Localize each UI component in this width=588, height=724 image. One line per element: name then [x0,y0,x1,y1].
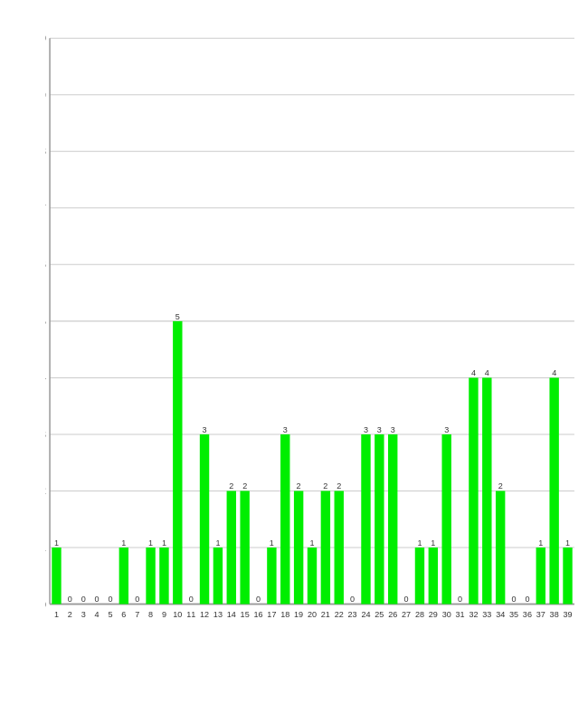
svg-text:20: 20 [308,610,317,619]
svg-text:9: 9 [162,610,166,619]
svg-text:38: 38 [550,610,559,619]
svg-rect-74 [308,548,317,605]
svg-rect-51 [200,434,209,605]
svg-text:2: 2 [45,485,46,496]
svg-text:39: 39 [563,610,572,619]
svg-text:36: 36 [523,610,532,619]
svg-text:23: 23 [348,610,357,619]
svg-rect-24 [52,548,61,605]
svg-text:2: 2 [68,610,72,619]
svg-text:21: 21 [321,610,330,619]
svg-text:0: 0 [458,595,462,605]
svg-text:3: 3 [81,610,86,619]
svg-text:6: 6 [45,259,46,270]
svg-text:33: 33 [482,610,491,619]
svg-text:0: 0 [135,595,139,605]
svg-rect-110 [482,377,491,604]
svg-rect-60 [240,491,249,604]
svg-text:3: 3 [45,429,46,440]
svg-text:4: 4 [485,368,489,377]
svg-text:34: 34 [496,610,505,619]
svg-text:2: 2 [242,481,247,491]
svg-text:10: 10 [45,33,46,43]
svg-rect-54 [213,548,223,605]
svg-rect-91 [388,434,397,605]
svg-text:1: 1 [54,610,59,619]
svg-text:2: 2 [498,481,503,491]
svg-text:26: 26 [388,610,397,619]
svg-text:18: 18 [280,610,289,619]
svg-text:3: 3 [283,425,288,434]
svg-rect-68 [280,434,289,605]
svg-text:9: 9 [45,90,46,100]
svg-text:8: 8 [148,610,153,619]
svg-rect-77 [321,491,330,604]
svg-rect-120 [536,548,545,605]
svg-rect-99 [429,548,438,605]
svg-rect-123 [549,377,558,604]
svg-text:3: 3 [377,425,382,434]
svg-text:0: 0 [404,595,409,605]
svg-rect-88 [375,434,384,605]
svg-text:0: 0 [350,595,355,605]
svg-text:1: 1 [565,538,570,548]
svg-text:4: 4 [45,372,46,383]
svg-text:11: 11 [186,610,195,619]
svg-text:1: 1 [431,538,435,548]
svg-text:4: 4 [95,610,100,619]
svg-text:1: 1 [538,538,543,548]
svg-text:24: 24 [361,610,370,619]
svg-text:16: 16 [253,610,262,619]
svg-text:1: 1 [270,538,274,548]
svg-text:0: 0 [525,595,529,605]
svg-rect-57 [227,491,236,604]
svg-text:35: 35 [509,610,518,619]
svg-rect-65 [267,548,276,605]
svg-text:10: 10 [173,610,182,619]
svg-text:0: 0 [95,595,100,605]
svg-text:28: 28 [415,610,424,619]
svg-text:2: 2 [337,481,341,491]
svg-text:7: 7 [45,203,46,214]
svg-text:3: 3 [203,425,207,434]
svg-text:8: 8 [45,146,46,157]
svg-text:7: 7 [135,610,139,619]
svg-text:15: 15 [241,610,250,619]
svg-text:1: 1 [121,538,126,548]
chart-container: 0123456789101102030405160718195100113121… [0,0,588,724]
svg-text:2: 2 [323,481,327,491]
svg-text:17: 17 [267,610,276,619]
svg-text:3: 3 [391,425,395,434]
svg-text:2: 2 [229,481,233,491]
svg-text:6: 6 [121,610,126,619]
svg-text:1: 1 [417,538,422,548]
chart-svg: 0123456789101102030405160718195100113121… [45,27,579,643]
svg-text:0: 0 [189,595,194,605]
svg-text:14: 14 [227,610,236,619]
svg-text:37: 37 [536,610,545,619]
svg-text:4: 4 [552,368,556,377]
svg-text:25: 25 [375,610,384,619]
svg-text:30: 30 [442,610,451,619]
svg-text:0: 0 [81,595,86,605]
svg-text:3: 3 [444,425,449,434]
svg-rect-80 [335,491,344,604]
svg-text:3: 3 [364,425,368,434]
svg-text:1: 1 [215,538,220,548]
svg-text:0: 0 [512,595,517,605]
svg-text:4: 4 [471,368,476,377]
svg-text:0: 0 [45,599,46,610]
svg-text:1: 1 [148,538,153,548]
svg-rect-71 [294,491,303,604]
svg-text:0: 0 [108,595,112,605]
svg-rect-102 [441,434,450,605]
svg-rect-35 [119,548,128,605]
svg-text:32: 32 [469,610,478,619]
svg-text:27: 27 [402,610,411,619]
svg-text:29: 29 [429,610,438,619]
svg-text:12: 12 [200,610,209,619]
svg-rect-96 [415,548,424,605]
svg-text:22: 22 [335,610,344,619]
chart-title [0,0,588,11]
svg-rect-107 [469,377,478,604]
